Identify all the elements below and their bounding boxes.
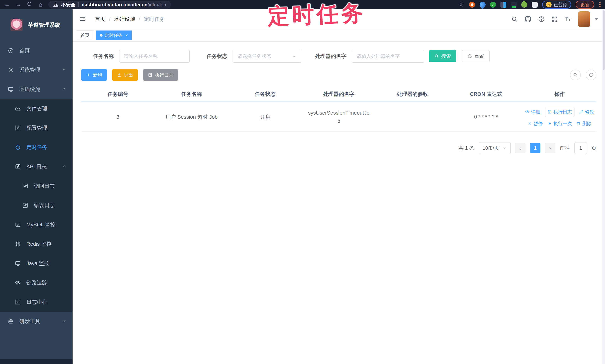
breadcrumb-home[interactable]: 首页 (95, 16, 105, 23)
extension-icon-drop[interactable] (478, 0, 487, 9)
column-header: 任务编号 (81, 91, 155, 98)
sidebar-item-label: MySQL 监控 (26, 221, 55, 228)
sidebar-item-system-management[interactable]: 系统管理 (0, 60, 73, 80)
sidebar-item-home[interactable]: 首页 (0, 41, 73, 60)
pause-link[interactable]: 暂停 (528, 120, 543, 127)
sidebar-item-label: Java 监控 (26, 260, 49, 267)
sidebar-item-api-log[interactable]: API 日志 (0, 157, 73, 176)
browser-home-icon[interactable] (37, 0, 44, 9)
close-icon[interactable]: × (125, 33, 128, 38)
run-once-label: 执行一次 (553, 120, 572, 127)
sidebar-item-trace[interactable]: 链路追踪 (0, 273, 73, 292)
caret-down-icon[interactable] (594, 18, 598, 20)
current-page-button[interactable]: 1 (530, 143, 540, 153)
address-bar[interactable]: 不安全 dashboard.yudao.iocoder.cn/infra/job (48, 1, 171, 9)
goto-page-input[interactable] (574, 142, 587, 154)
chevron-up-icon (62, 86, 66, 92)
tag-home[interactable]: 首页 (77, 30, 93, 40)
handler-name-input[interactable] (352, 50, 424, 63)
refresh-button[interactable] (586, 70, 596, 80)
handwritten-annotation: 定时任务 (267, 0, 366, 31)
browser-reload-icon[interactable] (26, 0, 33, 9)
browser-back-icon[interactable] (4, 0, 10, 9)
add-button[interactable]: 新增 (81, 69, 107, 81)
bookmark-star-icon[interactable] (458, 0, 465, 9)
sidebar-item-file-management[interactable]: 文件管理 (0, 99, 73, 118)
sidebar-item-config-management[interactable]: 配置管理 (0, 118, 73, 138)
sidebar-item-scheduled-jobs[interactable]: 定时任务 (0, 138, 73, 157)
sidebar-footer (0, 359, 73, 364)
next-page-button[interactable]: › (545, 143, 555, 153)
sidebar-item-mysql-monitor[interactable]: MySQL 监控 (0, 215, 73, 234)
toggle-search-button[interactable] (570, 70, 581, 80)
sidebar-item-label: 错误日志 (34, 202, 55, 209)
search-button[interactable]: 搜索 (429, 50, 456, 62)
fullscreen-icon[interactable] (552, 16, 558, 23)
paused-extension-pill[interactable]: 已暂停 (542, 0, 571, 9)
log-icon (14, 163, 21, 170)
chevron-down-icon (292, 54, 297, 59)
detail-link[interactable]: 详细 (525, 108, 540, 116)
svg-text:T: T (568, 18, 570, 21)
browser-update-button[interactable]: 更新 (576, 0, 594, 9)
sidebar-item-label: 文件管理 (26, 105, 47, 112)
reset-button[interactable]: 重置 (462, 50, 490, 62)
table-header-row: 任务编号 任务名称 任务状态 处理器的名字 处理器的参数 CRON 表达式 操作 (81, 87, 596, 101)
column-header: 操作 (523, 91, 596, 98)
exec-log-button-label: 执行日志 (155, 72, 173, 78)
sidebar-item-log-center[interactable]: 日志中心 (0, 292, 73, 312)
sidebar-item-error-log[interactable]: 错误日志 (0, 196, 73, 215)
prev-page-button[interactable]: ‹ (515, 143, 526, 153)
chevron-down-icon (62, 318, 66, 325)
extension-icon-ring[interactable] (469, 2, 475, 8)
delete-link[interactable]: 删除 (576, 120, 592, 127)
scrollbar-thumb[interactable] (603, 10, 605, 70)
app-logo-row[interactable]: 芋道管理系统 (0, 9, 73, 41)
task-name-input[interactable] (119, 50, 190, 63)
modify-link[interactable]: 修改 (579, 108, 594, 116)
run-once-link[interactable]: 执行一次 (547, 120, 572, 127)
browser-menu-kebab-icon[interactable] (599, 1, 601, 8)
infrastructure-submenu: 文件管理 配置管理 定时任务 API 日志 访问日志 (0, 99, 73, 312)
tag-scheduled-jobs[interactable]: 定时任务 × (96, 30, 132, 40)
sidebar-item-label: API 日志 (26, 163, 47, 170)
log-icon (14, 299, 21, 305)
export-button[interactable]: 导出 (112, 69, 138, 81)
breadcrumb-separator: / (109, 16, 110, 22)
sidebar-item-redis-monitor[interactable]: Redis 监控 (0, 234, 73, 254)
browser-forward-icon[interactable] (15, 0, 22, 9)
url-host: dashboard.yudao.iocoder.cn (82, 2, 147, 7)
select-placeholder: 请选择任务状态 (237, 53, 271, 60)
page-size-select[interactable]: 10条/页 (479, 142, 511, 154)
exec-log-button[interactable]: 执行日志 (143, 69, 178, 81)
page-scrollbar[interactable] (602, 9, 605, 364)
github-icon[interactable] (525, 16, 531, 23)
delete-label: 删除 (582, 120, 592, 127)
extension-icon-leaf[interactable] (520, 0, 528, 9)
avatar[interactable] (578, 11, 590, 27)
font-size-icon[interactable]: TT (565, 16, 572, 23)
exec-log-link[interactable]: 执行日志 (545, 107, 575, 117)
extension-icon-check[interactable] (490, 2, 496, 8)
search-icon[interactable] (511, 16, 518, 23)
log-icon (22, 202, 29, 209)
sidebar-item-access-log[interactable]: 访问日志 (0, 176, 73, 196)
briefcase-icon (7, 318, 14, 325)
extension-icon-grid[interactable] (500, 2, 506, 8)
extension-icon-on-badge[interactable] (511, 2, 517, 8)
breadcrumb-infrastructure[interactable]: 基础设施 (114, 16, 135, 23)
goto-label: 前往 (560, 145, 570, 151)
tags-view-bar: 首页 定时任务 × (73, 29, 605, 42)
extensions-puzzle-icon[interactable] (532, 2, 538, 8)
update-label: 更新 (580, 2, 590, 8)
pagination: 共 1 条 10条/页 ‹ 1 › 前往 页 (81, 142, 596, 154)
column-header: 处理器的名字 (302, 91, 376, 98)
sidebar-item-java-monitor[interactable]: Java 监控 (0, 254, 73, 273)
search-button-label: 搜索 (441, 53, 451, 60)
sidebar-item-dev-tools[interactable]: 研发工具 (0, 312, 73, 331)
sidebar-collapse-icon[interactable] (79, 15, 87, 23)
jobs-table: 任务编号 任务名称 任务状态 处理器的名字 处理器的参数 CRON 表达式 操作… (81, 87, 596, 132)
task-status-select[interactable]: 请选择任务状态 (233, 50, 301, 63)
help-icon[interactable] (538, 16, 545, 23)
sidebar-item-infrastructure[interactable]: 基础设施 (0, 80, 73, 99)
